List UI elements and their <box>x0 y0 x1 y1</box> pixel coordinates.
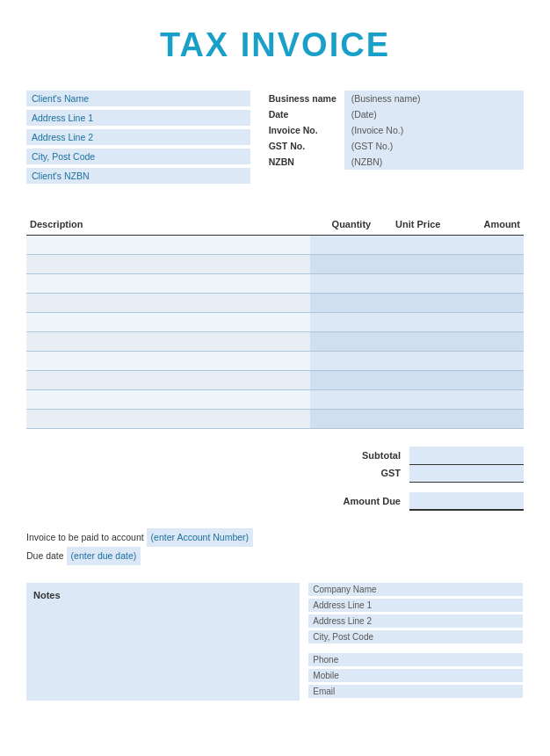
totals-section: Subtotal GST Amount Due <box>26 447 524 511</box>
contact-city: City, Post Code <box>308 630 522 643</box>
spacer-row <box>250 482 524 492</box>
table-row <box>26 390 524 410</box>
date-row: Date (Date) <box>265 106 524 122</box>
desc-cell <box>26 352 310 371</box>
unit-cell <box>374 371 444 390</box>
invoice-no-label: Invoice No. <box>265 122 344 138</box>
client-nzbn: Client's NZBN <box>26 168 250 184</box>
business-name-label: Business name <box>265 91 344 106</box>
amt-cell <box>444 390 524 410</box>
notes-section: Notes Company Name Address Line 1 Addres… <box>26 583 524 701</box>
notes-box: Notes <box>26 583 300 701</box>
nzbn-row: NZBN (NZBN) <box>265 154 524 170</box>
payment-account-value: (enter Account Number) <box>147 528 253 547</box>
contact-mobile: Mobile <box>308 669 522 682</box>
qty-cell <box>310 274 375 294</box>
subtotal-value <box>409 447 524 464</box>
client-address-1: Address Line 1 <box>26 110 250 126</box>
contact-address-2: Address Line 2 <box>308 614 522 628</box>
qty-cell <box>310 371 375 390</box>
subtotal-label: Subtotal <box>250 447 409 464</box>
invoice-no-value: (Invoice No.) <box>344 122 524 138</box>
table-row <box>26 352 524 371</box>
payment-account-prefix: Invoice to be paid to account <box>26 532 144 542</box>
desc-cell <box>26 255 310 274</box>
contact-address-1: Address Line 1 <box>308 599 522 612</box>
table-row <box>26 332 524 352</box>
gst-label: GST <box>250 464 409 482</box>
unit-cell <box>374 294 444 313</box>
desc-cell <box>26 390 310 410</box>
desc-cell <box>26 410 310 429</box>
amt-cell <box>444 236 524 255</box>
amt-cell <box>444 274 524 294</box>
col-unit-price: Unit Price <box>374 214 444 236</box>
unit-cell <box>374 410 444 429</box>
amt-cell <box>444 371 524 390</box>
top-section: Client's Name Address Line 1 Address Lin… <box>26 91 524 187</box>
unit-cell <box>374 313 444 332</box>
unit-cell <box>374 390 444 410</box>
table-row <box>26 410 524 429</box>
unit-cell <box>374 236 444 255</box>
table-row <box>26 255 524 274</box>
amt-cell <box>444 352 524 371</box>
nzbn-label: NZBN <box>265 154 344 170</box>
table-row <box>26 371 524 390</box>
contact-email: Email <box>308 685 522 698</box>
desc-cell <box>26 236 310 255</box>
contact-phone: Phone <box>308 653 522 666</box>
payment-section: Invoice to be paid to account (enter Acc… <box>26 528 524 565</box>
desc-cell <box>26 294 310 313</box>
invoice-title: TAX INVOICE <box>26 18 524 64</box>
invoice-table: Description Quantity Unit Price Amount <box>26 214 524 429</box>
amt-cell <box>444 332 524 352</box>
date-value: (Date) <box>344 106 524 122</box>
amt-cell <box>444 294 524 313</box>
unit-cell <box>374 332 444 352</box>
amount-due-row: Amount Due <box>250 492 524 510</box>
unit-cell <box>374 255 444 274</box>
amt-cell <box>444 410 524 429</box>
gst-no-value: (GST No.) <box>344 138 524 154</box>
client-info: Client's Name Address Line 1 Address Lin… <box>26 91 250 187</box>
table-row <box>26 313 524 332</box>
unit-cell <box>374 352 444 371</box>
qty-cell <box>310 390 375 410</box>
business-info: Business name (Business name) Date (Date… <box>265 91 524 187</box>
client-name: Client's Name <box>26 91 250 106</box>
col-amount: Amount <box>444 214 524 236</box>
business-name-value: (Business name) <box>344 91 524 106</box>
gst-value <box>409 464 524 482</box>
table-row <box>26 294 524 313</box>
company-name: Company Name <box>308 583 522 596</box>
invoice-no-row: Invoice No. (Invoice No.) <box>265 122 524 138</box>
qty-cell <box>310 236 375 255</box>
payment-due-prefix: Due date <box>26 550 64 561</box>
col-description: Description <box>26 214 310 236</box>
payment-due-line: Due date (enter due date) <box>26 547 524 565</box>
table-row <box>26 236 524 255</box>
company-contact: Company Name Address Line 1 Address Line… <box>308 583 522 701</box>
qty-cell <box>310 332 375 352</box>
desc-cell <box>26 313 310 332</box>
gst-row: GST <box>250 464 524 482</box>
nzbn-value: (NZBN) <box>344 154 524 170</box>
payment-due-value: (enter due date) <box>67 547 141 565</box>
date-label: Date <box>265 106 344 122</box>
totals-table: Subtotal GST Amount Due <box>250 447 524 511</box>
col-quantity: Quantity <box>310 214 375 236</box>
amount-due-value <box>409 492 524 510</box>
client-address-2: Address Line 2 <box>26 129 250 145</box>
amount-due-label: Amount Due <box>250 492 409 510</box>
subtotal-row: Subtotal <box>250 447 524 464</box>
business-name-row: Business name (Business name) <box>265 91 524 106</box>
desc-cell <box>26 371 310 390</box>
table-header-row: Description Quantity Unit Price Amount <box>26 214 524 236</box>
desc-cell <box>26 274 310 294</box>
amt-cell <box>444 255 524 274</box>
contact-spacer <box>308 646 522 653</box>
qty-cell <box>310 410 375 429</box>
qty-cell <box>310 294 375 313</box>
gst-no-label: GST No. <box>265 138 344 154</box>
